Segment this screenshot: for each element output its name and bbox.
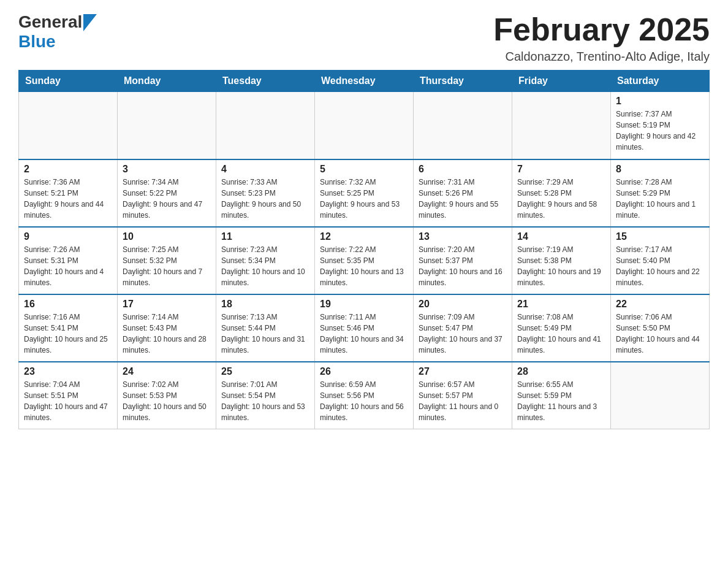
day-info: Sunrise: 6:59 AM Sunset: 5:56 PM Dayligh… bbox=[320, 379, 408, 423]
day-info: Sunrise: 7:20 AM Sunset: 5:37 PM Dayligh… bbox=[419, 244, 507, 288]
table-row: 1Sunrise: 7:37 AM Sunset: 5:19 PM Daylig… bbox=[611, 92, 710, 159]
day-number: 25 bbox=[221, 366, 309, 377]
table-row: 22Sunrise: 7:06 AM Sunset: 5:50 PM Dayli… bbox=[611, 294, 710, 362]
table-row: 19Sunrise: 7:11 AM Sunset: 5:46 PM Dayli… bbox=[315, 294, 414, 362]
day-number: 19 bbox=[320, 299, 408, 310]
header-saturday: Saturday bbox=[611, 71, 710, 92]
day-info: Sunrise: 7:34 AM Sunset: 5:22 PM Dayligh… bbox=[123, 177, 211, 221]
day-number: 10 bbox=[123, 231, 211, 242]
table-row bbox=[19, 92, 118, 159]
day-info: Sunrise: 7:13 AM Sunset: 5:44 PM Dayligh… bbox=[221, 312, 309, 356]
day-info: Sunrise: 7:23 AM Sunset: 5:34 PM Dayligh… bbox=[221, 244, 309, 288]
day-info: Sunrise: 7:16 AM Sunset: 5:41 PM Dayligh… bbox=[24, 312, 112, 356]
header-wednesday: Wednesday bbox=[315, 71, 414, 92]
day-number: 17 bbox=[123, 299, 211, 310]
day-info: Sunrise: 7:11 AM Sunset: 5:46 PM Dayligh… bbox=[320, 312, 408, 356]
day-info: Sunrise: 6:57 AM Sunset: 5:57 PM Dayligh… bbox=[419, 379, 507, 423]
day-info: Sunrise: 7:33 AM Sunset: 5:23 PM Dayligh… bbox=[221, 177, 309, 221]
calendar-week-row: 9Sunrise: 7:26 AM Sunset: 5:31 PM Daylig… bbox=[19, 227, 710, 294]
table-row: 23Sunrise: 7:04 AM Sunset: 5:51 PM Dayli… bbox=[19, 362, 118, 429]
day-number: 6 bbox=[419, 164, 507, 175]
table-row bbox=[315, 92, 414, 159]
day-info: Sunrise: 7:02 AM Sunset: 5:53 PM Dayligh… bbox=[123, 379, 211, 423]
calendar-header-row: Sunday Monday Tuesday Wednesday Thursday… bbox=[19, 71, 710, 92]
day-info: Sunrise: 7:25 AM Sunset: 5:32 PM Dayligh… bbox=[123, 244, 211, 288]
table-row: 15Sunrise: 7:17 AM Sunset: 5:40 PM Dayli… bbox=[611, 227, 710, 294]
table-row: 24Sunrise: 7:02 AM Sunset: 5:53 PM Dayli… bbox=[118, 362, 216, 429]
day-info: Sunrise: 7:29 AM Sunset: 5:28 PM Dayligh… bbox=[517, 177, 605, 221]
table-row bbox=[512, 92, 611, 159]
day-number: 14 bbox=[517, 231, 605, 242]
table-row bbox=[611, 362, 710, 429]
day-number: 9 bbox=[24, 231, 112, 242]
day-number: 22 bbox=[616, 299, 704, 310]
day-info: Sunrise: 7:17 AM Sunset: 5:40 PM Dayligh… bbox=[616, 244, 704, 288]
header-friday: Friday bbox=[512, 71, 611, 92]
table-row: 17Sunrise: 7:14 AM Sunset: 5:43 PM Dayli… bbox=[118, 294, 216, 362]
table-row bbox=[118, 92, 216, 159]
day-number: 2 bbox=[24, 164, 112, 175]
day-info: Sunrise: 7:31 AM Sunset: 5:26 PM Dayligh… bbox=[419, 177, 507, 221]
day-info: Sunrise: 7:36 AM Sunset: 5:21 PM Dayligh… bbox=[24, 177, 112, 221]
calendar-table: Sunday Monday Tuesday Wednesday Thursday… bbox=[18, 70, 710, 429]
day-number: 26 bbox=[320, 366, 408, 377]
day-number: 4 bbox=[221, 164, 309, 175]
table-row: 2Sunrise: 7:36 AM Sunset: 5:21 PM Daylig… bbox=[19, 159, 118, 227]
day-info: Sunrise: 7:26 AM Sunset: 5:31 PM Dayligh… bbox=[24, 244, 112, 288]
table-row: 16Sunrise: 7:16 AM Sunset: 5:41 PM Dayli… bbox=[19, 294, 118, 362]
day-number: 13 bbox=[419, 231, 507, 242]
header-sunday: Sunday bbox=[19, 71, 118, 92]
day-info: Sunrise: 7:19 AM Sunset: 5:38 PM Dayligh… bbox=[517, 244, 605, 288]
day-info: Sunrise: 7:28 AM Sunset: 5:29 PM Dayligh… bbox=[616, 177, 704, 221]
day-number: 1 bbox=[616, 96, 704, 107]
table-row: 11Sunrise: 7:23 AM Sunset: 5:34 PM Dayli… bbox=[216, 227, 315, 294]
table-row: 25Sunrise: 7:01 AM Sunset: 5:54 PM Dayli… bbox=[216, 362, 315, 429]
logo: General Blue bbox=[18, 12, 97, 52]
day-info: Sunrise: 7:14 AM Sunset: 5:43 PM Dayligh… bbox=[123, 312, 211, 356]
day-number: 20 bbox=[419, 299, 507, 310]
logo-general-text: General bbox=[18, 12, 82, 32]
calendar-location: Caldonazzo, Trentino-Alto Adige, Italy bbox=[493, 50, 710, 64]
table-row: 13Sunrise: 7:20 AM Sunset: 5:37 PM Dayli… bbox=[414, 227, 512, 294]
table-row: 5Sunrise: 7:32 AM Sunset: 5:25 PM Daylig… bbox=[315, 159, 414, 227]
calendar-week-row: 1Sunrise: 7:37 AM Sunset: 5:19 PM Daylig… bbox=[19, 92, 710, 159]
day-info: Sunrise: 7:22 AM Sunset: 5:35 PM Dayligh… bbox=[320, 244, 408, 288]
calendar-title: February 2025 bbox=[493, 12, 710, 47]
calendar-week-row: 16Sunrise: 7:16 AM Sunset: 5:41 PM Dayli… bbox=[19, 294, 710, 362]
day-info: Sunrise: 7:32 AM Sunset: 5:25 PM Dayligh… bbox=[320, 177, 408, 221]
header-monday: Monday bbox=[118, 71, 216, 92]
logo-arrow-icon bbox=[83, 14, 97, 31]
day-number: 23 bbox=[24, 366, 112, 377]
table-row: 9Sunrise: 7:26 AM Sunset: 5:31 PM Daylig… bbox=[19, 227, 118, 294]
title-block: February 2025 Caldonazzo, Trentino-Alto … bbox=[493, 12, 710, 64]
day-info: Sunrise: 6:55 AM Sunset: 5:59 PM Dayligh… bbox=[517, 379, 605, 423]
table-row bbox=[414, 92, 512, 159]
day-number: 5 bbox=[320, 164, 408, 175]
table-row: 27Sunrise: 6:57 AM Sunset: 5:57 PM Dayli… bbox=[414, 362, 512, 429]
day-info: Sunrise: 7:06 AM Sunset: 5:50 PM Dayligh… bbox=[616, 312, 704, 356]
day-number: 24 bbox=[123, 366, 211, 377]
calendar-week-row: 23Sunrise: 7:04 AM Sunset: 5:51 PM Dayli… bbox=[19, 362, 710, 429]
day-number: 28 bbox=[517, 366, 605, 377]
table-row: 20Sunrise: 7:09 AM Sunset: 5:47 PM Dayli… bbox=[414, 294, 512, 362]
table-row: 4Sunrise: 7:33 AM Sunset: 5:23 PM Daylig… bbox=[216, 159, 315, 227]
day-info: Sunrise: 7:01 AM Sunset: 5:54 PM Dayligh… bbox=[221, 379, 309, 423]
table-row: 14Sunrise: 7:19 AM Sunset: 5:38 PM Dayli… bbox=[512, 227, 611, 294]
header-tuesday: Tuesday bbox=[216, 71, 315, 92]
table-row: 21Sunrise: 7:08 AM Sunset: 5:49 PM Dayli… bbox=[512, 294, 611, 362]
day-number: 3 bbox=[123, 164, 211, 175]
day-number: 11 bbox=[221, 231, 309, 242]
page-header: General Blue February 2025 Caldonazzo, T… bbox=[18, 12, 710, 64]
day-info: Sunrise: 7:37 AM Sunset: 5:19 PM Dayligh… bbox=[616, 109, 704, 153]
day-info: Sunrise: 7:08 AM Sunset: 5:49 PM Dayligh… bbox=[517, 312, 605, 356]
table-row: 6Sunrise: 7:31 AM Sunset: 5:26 PM Daylig… bbox=[414, 159, 512, 227]
day-number: 18 bbox=[221, 299, 309, 310]
table-row: 12Sunrise: 7:22 AM Sunset: 5:35 PM Dayli… bbox=[315, 227, 414, 294]
table-row bbox=[216, 92, 315, 159]
table-row: 18Sunrise: 7:13 AM Sunset: 5:44 PM Dayli… bbox=[216, 294, 315, 362]
day-number: 12 bbox=[320, 231, 408, 242]
table-row: 10Sunrise: 7:25 AM Sunset: 5:32 PM Dayli… bbox=[118, 227, 216, 294]
day-number: 7 bbox=[517, 164, 605, 175]
table-row: 3Sunrise: 7:34 AM Sunset: 5:22 PM Daylig… bbox=[118, 159, 216, 227]
svg-marker-0 bbox=[83, 14, 97, 31]
